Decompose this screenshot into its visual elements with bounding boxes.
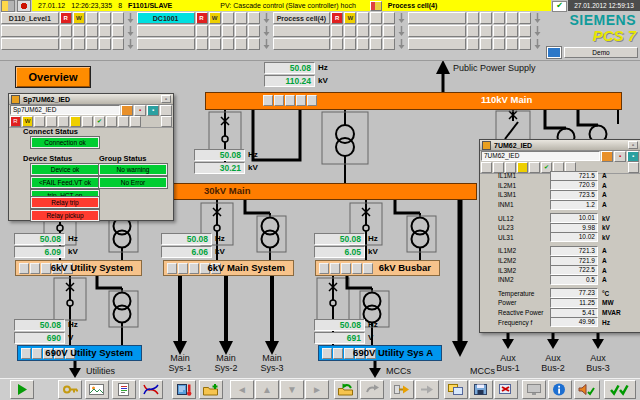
run-button[interactable] [10,380,34,399]
group-button-empty[interactable] [273,25,331,37]
loop-in-alarm-icon[interactable] [261,25,272,37]
pin-view-icon[interactable]: ▪ [147,105,159,116]
bus-6kv-main-label: 6kV Main System [207,262,285,273]
alarm-ack-red[interactable]: R [196,12,208,24]
operator-info-icon[interactable] [548,380,572,399]
status-tile [480,12,492,24]
bus-690v-utility[interactable]: 690V Utility System [17,345,142,361]
device-status-alarm-list: Relay tripRelay pickup [31,197,99,221]
bus-110kv-label: 110kV Main [481,94,532,105]
alarm-list-icon[interactable] [1,0,15,12]
status-tile [60,25,72,37]
alarm-select-button[interactable] [370,1,382,11]
nav-down-icon[interactable]: ▼ [280,380,304,399]
measurement-6kv-utility: 50.08Hz 6.09kV [14,232,78,258]
acknowledge-icon[interactable]: ✔ [552,1,567,12]
report-icon[interactable] [112,380,136,399]
status-field: No Error [99,177,167,188]
status-tile [344,25,356,37]
loop-in-alarm-icon[interactable] [532,38,543,50]
status-tile [209,38,221,50]
group-button-empty[interactable] [408,25,466,37]
loop-in-alarm-icon[interactable] [532,25,543,37]
status-tile [86,12,98,24]
loop-in-alarm-icon[interactable] [125,12,136,24]
alarm-ack-yellow[interactable]: W [73,12,85,24]
group-button-empty[interactable] [408,38,466,50]
popup-close-button[interactable]: ▫ [628,141,638,149]
measurement-690v-sysa: 50.08Hz 691V [314,318,378,344]
status-field: Device ok [31,164,99,175]
status-tile [235,38,247,50]
picture-select-icon[interactable] [85,380,109,399]
demo-button[interactable]: Demo [564,47,638,58]
faceplate-titlebar[interactable]: 7UM62_IED ▫ [480,140,640,151]
picture-add-icon[interactable] [199,380,223,399]
picture-back-icon[interactable] [334,380,358,399]
faceplate-view-icon[interactable] [121,105,133,116]
trend-view-icon[interactable]: ▪ [614,151,626,162]
send-picture-icon[interactable] [444,380,468,399]
alarm-ack-yellow[interactable]: W [344,12,356,24]
event-icon[interactable] [17,0,31,12]
trend-curves-icon[interactable] [139,380,163,399]
view-icon[interactable] [160,105,172,116]
nav-up-icon[interactable]: ▲ [255,380,279,399]
group-button-process-cell[interactable]: Process cell(4) [273,12,331,24]
bus-6kv-busbar[interactable]: 6kV Busbar [315,260,440,276]
alarm-log-icon[interactable] [172,380,196,399]
voltage-group: UL1210.01kVUL239.98kVUL3110.02kV [484,213,638,242]
display-switch-icon[interactable] [522,380,546,399]
alarm-ack-red[interactable]: R [331,12,343,24]
bus-6kv-utility[interactable]: 6kV Utility System [15,260,142,276]
alarm-ack-yellow[interactable]: W [209,12,221,24]
pcs7-power-overview-screen: 27.01.12 12:26:23,335 8 F1101/SLAVE PV: … [0,0,640,400]
jump-next-icon[interactable] [415,380,439,399]
popup-close-button[interactable]: ▫ [161,95,171,103]
jump-to-icon[interactable] [390,380,414,399]
login-key-icon[interactable] [58,380,82,399]
loop-in-alarm-icon[interactable] [532,12,543,24]
loop-in-alarm-icon[interactable] [125,25,136,37]
loop-in-alarm-icon[interactable] [125,38,136,50]
server-state-icon[interactable] [547,47,561,58]
loop-in-alarm-icon[interactable] [396,38,407,50]
nav-left-icon[interactable]: ◄ [230,380,254,399]
group-button-empty[interactable] [137,38,195,50]
bus-6kv-busbar-label: 6kV Busbar [379,262,431,273]
status-tile [519,38,531,50]
overview-button[interactable]: Overview [15,66,91,88]
status-tile [493,25,505,37]
group-button-empty[interactable] [273,38,331,50]
horn-acknowledge-icon[interactable] [574,380,600,399]
bus-110kv-buttons[interactable] [263,95,317,106]
group-button-empty[interactable] [1,38,59,50]
save-picture-icon[interactable] [469,380,493,399]
group-button-dc1001[interactable]: DC1001 [137,12,195,24]
faceplate-view-icon[interactable] [601,151,613,162]
aux-bus-arrows [502,331,604,349]
loop-in-alarm-icon[interactable] [396,25,407,37]
loop-in-alarm-icon[interactable] [261,38,272,50]
picture-forward-icon[interactable] [360,380,384,399]
acknowledge-all-icon[interactable] [604,380,636,399]
bus-6kv-main[interactable]: 6kV Main System [163,260,294,276]
alarm-ack-red[interactable]: R [60,12,72,24]
nav-right-icon[interactable]: ► [305,380,329,399]
loop-in-alarm-icon[interactable] [261,12,272,24]
alarm-line[interactable]: 27.01.12 12:26:23,335 8 F1101/SLAVE PV: … [32,0,551,11]
group-button-empty[interactable] [1,25,59,37]
group-button-d110[interactable]: D110_Level1 [1,12,59,24]
group-button-empty[interactable] [408,12,466,24]
group-button-empty[interactable] [137,25,195,37]
trend-view-icon[interactable]: ▪ [134,105,146,116]
loop-in-alarm-icon[interactable] [396,12,407,24]
status-tile [222,12,234,24]
bus-110kv-main[interactable]: 110kV Main [205,92,622,110]
pin-view-icon[interactable]: ▪ [627,151,639,162]
bus-6kv-busbar-buttons[interactable] [319,263,373,274]
pcs7-wordmark: PCS 7 [569,28,636,43]
faceplate-titlebar[interactable]: Sp7UM62_IED ▫ [9,94,173,105]
bus-690v-sysa[interactable]: 690V Utility Sys A [318,345,442,361]
close-picture-icon[interactable] [494,380,518,399]
